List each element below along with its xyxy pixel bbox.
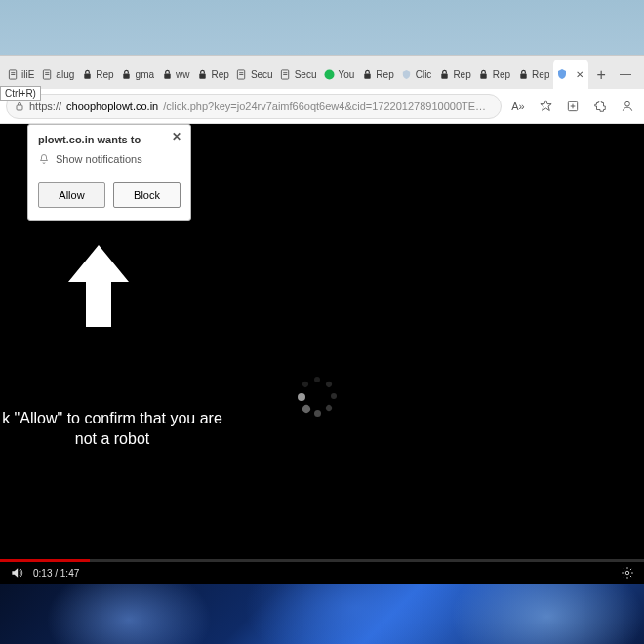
up-arrow-graphic (60, 239, 137, 333)
tab-label: gma (136, 69, 154, 80)
site-favicon (556, 68, 568, 80)
lock-favicon (197, 68, 209, 80)
url-path: /click.php?key=jo24rv7aimf66oqt6ew4&cid=… (163, 101, 493, 112)
profile-icon[interactable] (617, 96, 638, 117)
lock-favicon (161, 68, 173, 80)
tab-label: Rep (493, 69, 510, 80)
url-domain: choophoplowt.co.in (66, 101, 158, 112)
tab-background-9[interactable]: Rep (358, 60, 396, 89)
permission-dialog: plowt.co.in wants to ✕ Show notification… (27, 124, 191, 221)
desktop-top (0, 0, 644, 55)
svg-rect-9 (199, 73, 205, 78)
svg-rect-21 (17, 105, 22, 110)
video-controls: 0:13 / 1:47 (0, 562, 644, 584)
tab-background-8[interactable]: You (320, 60, 357, 89)
windows-bloom-bg (0, 584, 644, 644)
permission-title: plowt.co.in wants to ✕ (28, 125, 190, 149)
tab-label: ww (176, 69, 189, 80)
page-favicon (280, 68, 292, 80)
lock-favicon (438, 68, 450, 80)
url-scheme: https:// (29, 101, 61, 112)
minimize-button[interactable]: — (611, 60, 640, 89)
page-content: plowt.co.in wants to ✕ Show notification… (0, 124, 644, 584)
lock-favicon (478, 68, 490, 80)
tab-background-2[interactable]: Rep (78, 60, 116, 89)
lock-icon (15, 101, 24, 111)
tab-background-7[interactable]: Secu (277, 60, 320, 89)
svg-rect-18 (441, 73, 447, 78)
tab-label: Rep (376, 69, 393, 80)
read-aloud-icon[interactable]: A» (507, 96, 529, 117)
tab-background-3[interactable]: gma (118, 60, 157, 89)
scam-instruction-text: k "Allow" to confirm that you are not a … (0, 409, 228, 450)
browser-window: iliEalugRepgmawwRepSecuSecuYouRepClicRep… (0, 55, 644, 584)
lock-favicon (361, 68, 373, 80)
tab-label: Rep (532, 69, 549, 80)
close-tab-icon[interactable]: ✕ (574, 68, 585, 80)
tab-background-1[interactable]: alug (38, 60, 77, 89)
tab-label: iliE (21, 69, 34, 80)
url-input[interactable]: https://choophoplowt.co.in/click.php?key… (6, 94, 502, 119)
tab-label: Rep (212, 69, 229, 80)
close-icon[interactable]: ✕ (169, 129, 184, 144)
page-favicon (7, 68, 19, 80)
svg-point-25 (625, 101, 630, 106)
svg-point-16 (324, 69, 334, 79)
svg-rect-17 (364, 73, 370, 78)
tab-active[interactable]: ✕ (553, 60, 588, 89)
svg-rect-20 (520, 73, 526, 78)
extensions-icon[interactable] (589, 96, 611, 117)
tab-background-11[interactable]: Rep (435, 60, 473, 89)
tab-background-0[interactable]: iliE (4, 60, 37, 89)
collections-icon[interactable] (562, 96, 584, 117)
lock-favicon (121, 68, 133, 80)
taskbar[interactable] (0, 584, 644, 644)
svg-point-26 (625, 571, 629, 575)
keyboard-hint: Ctrl+R) (0, 86, 41, 101)
tab-background-4[interactable]: ww (158, 60, 192, 89)
address-bar: https://choophoplowt.co.in/click.php?key… (0, 89, 644, 124)
favorite-icon[interactable] (535, 96, 556, 117)
tab-label: Rep (96, 69, 113, 80)
green-favicon (323, 68, 335, 80)
permission-line: Show notifications (28, 149, 190, 175)
allow-button[interactable]: Allow (38, 182, 105, 208)
block-button[interactable]: Block (113, 182, 181, 208)
page-favicon (236, 68, 248, 80)
svg-rect-19 (481, 73, 487, 78)
page-favicon (41, 68, 53, 80)
tab-background-10[interactable]: Clic (398, 60, 435, 89)
tab-background-6[interactable]: Secu (233, 60, 276, 89)
loading-spinner (295, 374, 340, 419)
tab-label: alug (56, 69, 74, 80)
svg-rect-7 (123, 73, 129, 78)
tab-label: Secu (295, 69, 317, 80)
tab-background-13[interactable]: Rep (514, 60, 552, 89)
tab-label: Rep (453, 69, 470, 80)
tab-background-12[interactable]: Rep (475, 60, 513, 89)
tab-label: Secu (251, 69, 273, 80)
svg-rect-8 (164, 73, 170, 78)
volume-icon[interactable] (10, 566, 23, 580)
tab-label: You (338, 69, 354, 80)
lock-favicon (81, 68, 93, 80)
svg-rect-6 (84, 73, 90, 78)
shield-favicon (401, 68, 413, 80)
tab-background-5[interactable]: Rep (194, 60, 232, 89)
video-time: 0:13 / 1:47 (33, 568, 79, 579)
settings-gear-icon[interactable] (621, 566, 634, 580)
tab-label: Clic (416, 69, 432, 80)
window-controls: — (611, 60, 640, 89)
bell-icon (38, 153, 50, 165)
lock-favicon (517, 68, 529, 80)
new-tab-button[interactable]: + (591, 61, 611, 89)
tab-strip: iliEalugRepgmawwRepSecuSecuYouRepClicRep… (0, 56, 644, 89)
